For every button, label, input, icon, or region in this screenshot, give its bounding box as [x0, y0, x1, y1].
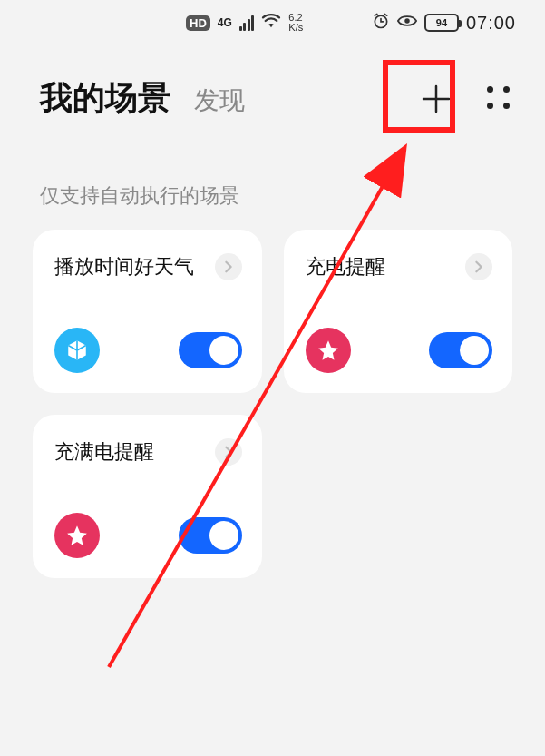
plus-icon [418, 81, 454, 117]
signal-icon [239, 15, 255, 31]
scene-card[interactable]: 播放时间好天气 [33, 230, 262, 393]
dot-icon [487, 103, 493, 109]
scene-title: 充电提醒 [306, 253, 385, 280]
scene-title: 播放时间好天气 [54, 253, 194, 280]
alarm-icon [372, 12, 390, 34]
page-header: 我的场景 发现 [0, 45, 545, 137]
chevron-right-icon[interactable] [465, 253, 492, 280]
scene-card[interactable]: 充电提醒 [284, 230, 513, 393]
dot-icon [487, 86, 493, 93]
scene-toggle[interactable] [429, 332, 492, 368]
star-icon [306, 328, 351, 373]
section-label: 仅支持自动执行的场景 [0, 137, 545, 230]
chevron-right-icon[interactable] [215, 253, 242, 280]
eye-icon [397, 14, 417, 33]
scene-toggle[interactable] [179, 517, 242, 554]
clock-time: 07:00 [466, 13, 516, 34]
status-left-cluster: HD 4G 6.2 K/s [186, 13, 303, 34]
network-gen-label: 4G [218, 16, 232, 29]
chevron-right-icon[interactable] [215, 438, 242, 466]
status-right-cluster: 94 07:00 [372, 12, 516, 34]
add-button[interactable] [416, 79, 456, 119]
more-button[interactable] [487, 86, 512, 112]
scene-toggle[interactable] [179, 332, 242, 368]
star-icon [54, 513, 100, 558]
tab-my-scenes[interactable]: 我的场景 [40, 76, 170, 121]
scene-card[interactable]: 充满电提醒 [33, 415, 262, 578]
tab-discover[interactable]: 发现 [194, 83, 245, 118]
status-bar: HD 4G 6.2 K/s 94 07:00 [0, 0, 545, 45]
hd-badge: HD [186, 15, 210, 31]
battery-icon: 94 [424, 14, 459, 32]
cube-icon [54, 328, 100, 373]
dot-icon [503, 86, 510, 93]
scenes-grid: 播放时间好天气 充电提醒 充满电提醒 [0, 230, 545, 578]
header-tabs: 我的场景 发现 [40, 76, 245, 121]
network-speed: 6.2 K/s [288, 13, 303, 33]
svg-point-1 [404, 18, 410, 24]
scene-title: 充满电提醒 [54, 438, 154, 466]
header-actions [416, 79, 512, 119]
wifi-icon [261, 13, 281, 34]
dot-icon [503, 103, 510, 109]
